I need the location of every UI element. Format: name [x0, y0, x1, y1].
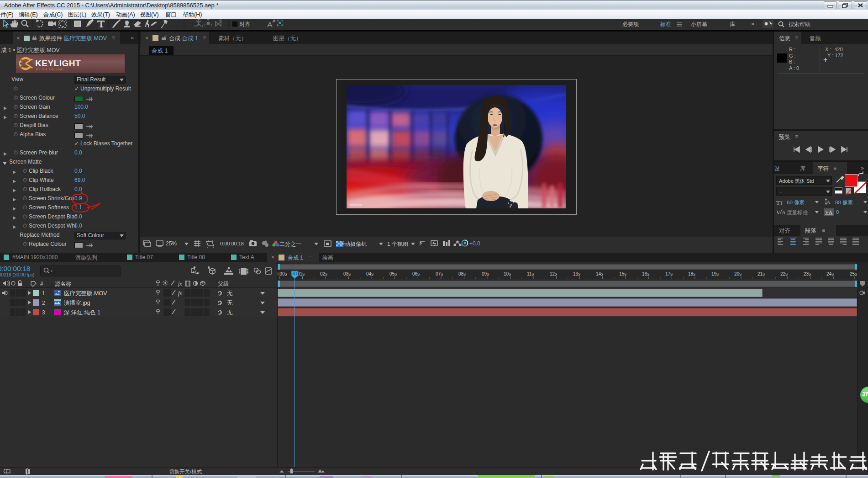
svg-text:12s: 12s — [550, 271, 557, 276]
svg-text:KEYLIGHT: KEYLIGHT — [35, 58, 81, 68]
svg-text:无: 无 — [227, 309, 233, 316]
svg-text:fx: fx — [178, 290, 182, 297]
svg-text:T: T — [776, 199, 780, 206]
svg-text:2: 2 — [42, 300, 45, 306]
svg-text:15s: 15s — [619, 271, 626, 276]
svg-text:A: A — [782, 209, 786, 216]
svg-text:V: V — [776, 209, 780, 216]
svg-text:24s: 24s — [826, 271, 834, 276]
svg-text:21s: 21s — [758, 271, 765, 276]
svg-text:fx: fx — [178, 281, 182, 287]
svg-text:A: A — [829, 209, 832, 215]
svg-text:10s: 10s — [504, 271, 511, 276]
svg-text:09s: 09s — [482, 271, 489, 276]
svg-text:14s: 14s — [596, 271, 603, 276]
svg-text:25s: 25s — [850, 271, 857, 276]
svg-text:源名称: 源名称 — [55, 281, 71, 287]
svg-text:无: 无 — [227, 300, 233, 306]
svg-text:深 洋红 纯色 1: 深 洋红 纯色 1 — [64, 309, 100, 316]
svg-text:3: 3 — [42, 309, 45, 316]
svg-text:06s: 06s — [412, 271, 420, 276]
svg-text:医疗完整版.MOV: 医疗完整版.MOV — [64, 290, 107, 297]
svg-text:08s: 08s — [458, 271, 466, 276]
svg-text:#: # — [40, 281, 43, 287]
svg-text:演播室.jpg: 演播室.jpg — [64, 300, 90, 306]
svg-text:07s: 07s — [436, 271, 443, 276]
svg-text:1: 1 — [42, 290, 45, 297]
svg-text:03s: 03s — [343, 271, 351, 276]
svg-text:16s: 16s — [642, 271, 649, 276]
svg-text:17s: 17s — [665, 271, 673, 276]
svg-text:父级: 父级 — [218, 281, 229, 287]
svg-text:02s: 02s — [320, 271, 327, 276]
svg-text:0:00s: 0:00s — [278, 271, 287, 276]
svg-text:19s: 19s — [711, 271, 719, 276]
svg-text:23s: 23s — [804, 271, 811, 276]
svg-text:13s: 13s — [573, 271, 580, 276]
svg-text:20s: 20s — [734, 271, 742, 276]
svg-text:11s: 11s — [527, 271, 534, 276]
svg-text:无: 无 — [227, 290, 233, 297]
svg-text:T: T — [780, 201, 783, 206]
svg-text:04s: 04s — [366, 271, 374, 276]
svg-text:BY THE FOUNDRY: BY THE FOUNDRY — [36, 68, 64, 71]
svg-text:05s: 05s — [389, 271, 397, 276]
svg-text:22s: 22s — [780, 271, 788, 276]
svg-text:A: A — [826, 199, 831, 206]
svg-text:V: V — [825, 209, 829, 215]
svg-text:18s: 18s — [688, 271, 695, 276]
